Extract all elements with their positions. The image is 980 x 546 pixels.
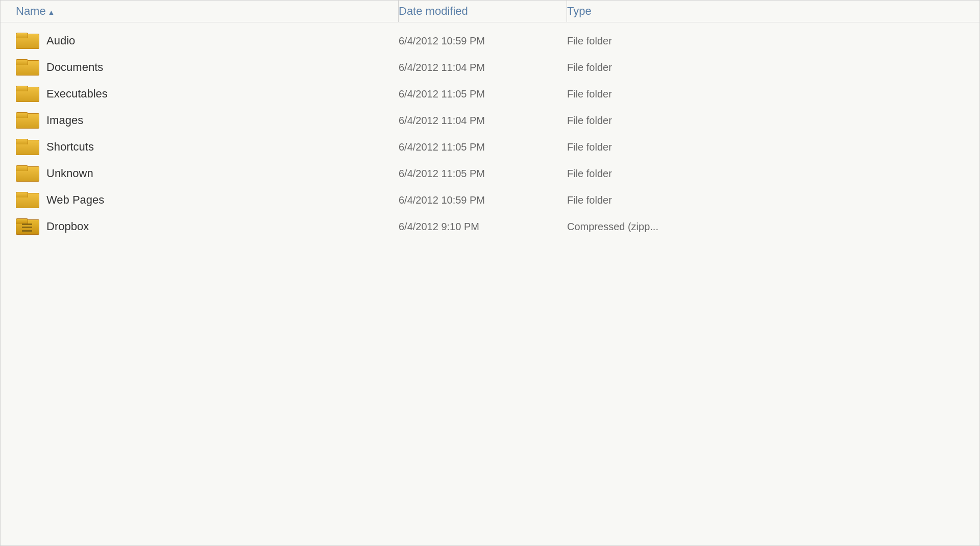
file-type: File folder (567, 115, 771, 127)
column-divider-2 (567, 1, 567, 22)
file-name: Audio (46, 34, 399, 47)
file-type: Compressed (zipp... (567, 221, 771, 233)
file-name: Documents (46, 61, 399, 74)
file-type: File folder (567, 141, 771, 153)
file-date: 6/4/2012 9:10 PM (399, 221, 567, 233)
file-date: 6/4/2012 11:05 PM (399, 141, 567, 153)
column-type[interactable]: Type (567, 5, 771, 18)
file-list: Audio 6/4/2012 10:59 PM File folder Docu… (1, 22, 979, 245)
file-name: Executables (46, 87, 399, 101)
table-row[interactable]: Web Pages 6/4/2012 10:59 PM File folder (1, 187, 979, 213)
table-row[interactable]: Unknown 6/4/2012 11:05 PM File folder (1, 160, 979, 187)
folder-icon (16, 190, 40, 210)
folder-icon (16, 110, 40, 131)
file-name: Web Pages (46, 193, 399, 207)
file-name: Images (46, 114, 399, 127)
column-divider-1 (398, 1, 399, 22)
zip-folder-icon (16, 216, 40, 237)
folder-icon (16, 137, 40, 157)
file-date: 6/4/2012 10:59 PM (399, 194, 567, 206)
file-type: File folder (567, 194, 771, 206)
table-row[interactable]: Audio 6/4/2012 10:59 PM File folder (1, 28, 979, 54)
folder-icon (16, 163, 40, 184)
file-name: Unknown (46, 167, 399, 180)
table-row[interactable]: Shortcuts 6/4/2012 11:05 PM File folder (1, 134, 979, 160)
folder-icon (16, 31, 40, 51)
column-date-modified[interactable]: Date modified (399, 5, 567, 18)
column-name[interactable]: Name (16, 5, 399, 18)
folder-icon (16, 57, 40, 78)
file-date: 6/4/2012 10:59 PM (399, 35, 567, 47)
file-type: File folder (567, 62, 771, 73)
file-name: Shortcuts (46, 140, 399, 154)
table-row[interactable]: Dropbox 6/4/2012 9:10 PM Compressed (zip… (1, 213, 979, 240)
file-date: 6/4/2012 11:04 PM (399, 115, 567, 127)
file-type: File folder (567, 168, 771, 180)
file-explorer: Name Date modified Type Audio 6/4/2012 1… (0, 0, 980, 546)
column-headers: Name Date modified Type (1, 1, 979, 22)
file-date: 6/4/2012 11:05 PM (399, 168, 567, 180)
table-row[interactable]: Executables 6/4/2012 11:05 PM File folde… (1, 81, 979, 107)
file-type: File folder (567, 88, 771, 100)
file-name: Dropbox (46, 220, 399, 233)
folder-icon (16, 84, 40, 104)
table-row[interactable]: Documents 6/4/2012 11:04 PM File folder (1, 54, 979, 81)
file-type: File folder (567, 35, 771, 47)
file-date: 6/4/2012 11:05 PM (399, 88, 567, 100)
table-row[interactable]: Images 6/4/2012 11:04 PM File folder (1, 107, 979, 134)
file-date: 6/4/2012 11:04 PM (399, 62, 567, 73)
